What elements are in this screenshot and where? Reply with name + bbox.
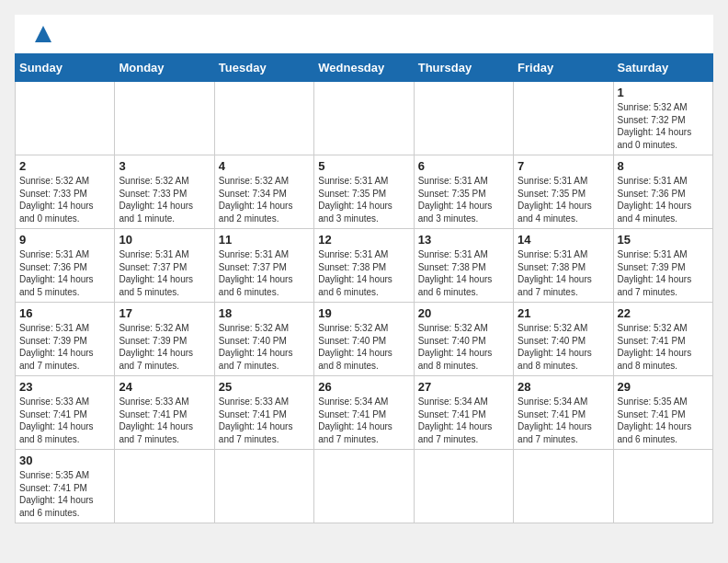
day-info: Sunrise: 5:32 AM Sunset: 7:32 PM Dayligh… — [618, 101, 709, 151]
calendar-cell: 28Sunrise: 5:34 AM Sunset: 7:41 PM Dayli… — [514, 376, 613, 450]
day-info: Sunrise: 5:31 AM Sunset: 7:38 PM Dayligh… — [418, 248, 509, 298]
day-number: 13 — [418, 233, 509, 247]
day-info: Sunrise: 5:31 AM Sunset: 7:38 PM Dayligh… — [318, 248, 409, 298]
calendar-cell: 2Sunrise: 5:32 AM Sunset: 7:33 PM Daylig… — [16, 155, 115, 229]
day-number: 14 — [518, 233, 609, 247]
calendar-cell: 27Sunrise: 5:34 AM Sunset: 7:41 PM Dayli… — [414, 376, 513, 450]
calendar-cell — [314, 82, 414, 155]
logo — [29, 24, 53, 48]
day-info: Sunrise: 5:31 AM Sunset: 7:38 PM Dayligh… — [518, 248, 609, 298]
calendar-cell: 6Sunrise: 5:31 AM Sunset: 7:35 PM Daylig… — [414, 155, 513, 229]
calendar-cell — [214, 82, 313, 155]
weekday-header-monday: Monday — [115, 54, 214, 82]
day-info: Sunrise: 5:34 AM Sunset: 7:41 PM Dayligh… — [418, 396, 509, 445]
calendar-cell: 12Sunrise: 5:31 AM Sunset: 7:38 PM Dayli… — [314, 229, 414, 303]
day-info: Sunrise: 5:33 AM Sunset: 7:41 PM Dayligh… — [19, 396, 110, 445]
day-number: 24 — [119, 380, 210, 394]
day-number: 29 — [618, 380, 709, 394]
calendar-cell: 16Sunrise: 5:31 AM Sunset: 7:39 PM Dayli… — [16, 303, 115, 376]
day-number: 8 — [618, 159, 709, 173]
day-info: Sunrise: 5:34 AM Sunset: 7:41 PM Dayligh… — [318, 396, 409, 445]
calendar-cell: 3Sunrise: 5:32 AM Sunset: 7:33 PM Daylig… — [115, 155, 214, 229]
day-info: Sunrise: 5:31 AM Sunset: 7:37 PM Dayligh… — [219, 248, 310, 298]
calendar-cell — [314, 450, 414, 523]
calendar-cell: 1Sunrise: 5:32 AM Sunset: 7:32 PM Daylig… — [613, 82, 712, 155]
day-info: Sunrise: 5:32 AM Sunset: 7:33 PM Dayligh… — [119, 175, 210, 224]
day-info: Sunrise: 5:34 AM Sunset: 7:41 PM Dayligh… — [518, 396, 609, 445]
calendar-page: SundayMondayTuesdayWednesdayThursdayFrid… — [15, 15, 713, 523]
day-info: Sunrise: 5:32 AM Sunset: 7:40 PM Dayligh… — [418, 322, 509, 372]
day-number: 7 — [518, 159, 609, 173]
calendar-cell — [514, 450, 613, 523]
calendar-cell — [514, 82, 613, 155]
day-info: Sunrise: 5:32 AM Sunset: 7:33 PM Dayligh… — [19, 175, 110, 224]
day-number: 17 — [119, 306, 210, 320]
day-number: 3 — [119, 159, 210, 173]
calendar-cell: 23Sunrise: 5:33 AM Sunset: 7:41 PM Dayli… — [16, 376, 115, 450]
calendar-cell — [414, 82, 513, 155]
day-number: 6 — [418, 159, 509, 173]
day-number: 25 — [219, 380, 310, 394]
day-info: Sunrise: 5:32 AM Sunset: 7:34 PM Dayligh… — [219, 175, 310, 224]
day-info: Sunrise: 5:31 AM Sunset: 7:36 PM Dayligh… — [19, 248, 110, 298]
page-header — [15, 15, 713, 53]
calendar-week-row: 30Sunrise: 5:35 AM Sunset: 7:41 PM Dayli… — [16, 450, 713, 523]
calendar-cell — [115, 450, 214, 523]
day-info: Sunrise: 5:31 AM Sunset: 7:39 PM Dayligh… — [618, 248, 709, 298]
weekday-header-wednesday: Wednesday — [314, 54, 414, 82]
calendar-cell: 10Sunrise: 5:31 AM Sunset: 7:37 PM Dayli… — [115, 229, 214, 303]
calendar-cell — [16, 82, 115, 155]
day-info: Sunrise: 5:31 AM Sunset: 7:35 PM Dayligh… — [518, 175, 609, 224]
calendar-week-row: 23Sunrise: 5:33 AM Sunset: 7:41 PM Dayli… — [16, 376, 713, 450]
day-number: 2 — [19, 159, 110, 173]
calendar-cell: 19Sunrise: 5:32 AM Sunset: 7:40 PM Dayli… — [314, 303, 414, 376]
day-number: 22 — [618, 306, 709, 320]
day-number: 12 — [318, 233, 409, 247]
calendar-cell: 5Sunrise: 5:31 AM Sunset: 7:35 PM Daylig… — [314, 155, 414, 229]
weekday-header-row: SundayMondayTuesdayWednesdayThursdayFrid… — [16, 54, 713, 82]
weekday-header-saturday: Saturday — [613, 54, 712, 82]
calendar-cell: 22Sunrise: 5:32 AM Sunset: 7:41 PM Dayli… — [613, 303, 712, 376]
calendar-cell — [214, 450, 313, 523]
calendar-cell: 21Sunrise: 5:32 AM Sunset: 7:40 PM Dayli… — [514, 303, 613, 376]
day-number: 19 — [318, 306, 409, 320]
calendar-cell: 20Sunrise: 5:32 AM Sunset: 7:40 PM Dayli… — [414, 303, 513, 376]
day-info: Sunrise: 5:33 AM Sunset: 7:41 PM Dayligh… — [119, 396, 210, 445]
calendar-cell — [115, 82, 214, 155]
day-number: 15 — [618, 233, 709, 247]
calendar-cell: 30Sunrise: 5:35 AM Sunset: 7:41 PM Dayli… — [16, 450, 115, 523]
day-info: Sunrise: 5:32 AM Sunset: 7:40 PM Dayligh… — [219, 322, 310, 372]
day-info: Sunrise: 5:35 AM Sunset: 7:41 PM Dayligh… — [618, 396, 709, 445]
day-number: 5 — [318, 159, 409, 173]
day-info: Sunrise: 5:33 AM Sunset: 7:41 PM Dayligh… — [219, 396, 310, 445]
calendar-cell — [613, 450, 712, 523]
calendar-cell — [414, 450, 513, 523]
day-number: 26 — [318, 380, 409, 394]
weekday-header-tuesday: Tuesday — [214, 54, 313, 82]
calendar-cell: 29Sunrise: 5:35 AM Sunset: 7:41 PM Dayli… — [613, 376, 712, 450]
day-info: Sunrise: 5:32 AM Sunset: 7:41 PM Dayligh… — [618, 322, 709, 372]
day-number: 11 — [219, 233, 310, 247]
calendar-cell: 13Sunrise: 5:31 AM Sunset: 7:38 PM Dayli… — [414, 229, 513, 303]
weekday-header-thursday: Thursday — [414, 54, 513, 82]
day-info: Sunrise: 5:35 AM Sunset: 7:41 PM Dayligh… — [19, 469, 110, 519]
day-info: Sunrise: 5:31 AM Sunset: 7:35 PM Dayligh… — [318, 175, 409, 224]
calendar-week-row: 9Sunrise: 5:31 AM Sunset: 7:36 PM Daylig… — [16, 229, 713, 303]
day-number: 27 — [418, 380, 509, 394]
weekday-header-friday: Friday — [514, 54, 613, 82]
calendar-cell: 4Sunrise: 5:32 AM Sunset: 7:34 PM Daylig… — [214, 155, 313, 229]
calendar-cell: 25Sunrise: 5:33 AM Sunset: 7:41 PM Dayli… — [214, 376, 313, 450]
day-info: Sunrise: 5:31 AM Sunset: 7:35 PM Dayligh… — [418, 175, 509, 224]
day-number: 28 — [518, 380, 609, 394]
svg-marker-0 — [35, 26, 51, 42]
day-number: 16 — [19, 306, 110, 320]
day-number: 10 — [119, 233, 210, 247]
day-number: 30 — [19, 454, 110, 467]
weekday-header-sunday: Sunday — [16, 54, 115, 82]
calendar-cell: 24Sunrise: 5:33 AM Sunset: 7:41 PM Dayli… — [115, 376, 214, 450]
day-info: Sunrise: 5:32 AM Sunset: 7:40 PM Dayligh… — [518, 322, 609, 372]
day-number: 23 — [19, 380, 110, 394]
day-info: Sunrise: 5:31 AM Sunset: 7:39 PM Dayligh… — [19, 322, 110, 372]
calendar-cell: 8Sunrise: 5:31 AM Sunset: 7:36 PM Daylig… — [613, 155, 712, 229]
calendar-cell: 7Sunrise: 5:31 AM Sunset: 7:35 PM Daylig… — [514, 155, 613, 229]
